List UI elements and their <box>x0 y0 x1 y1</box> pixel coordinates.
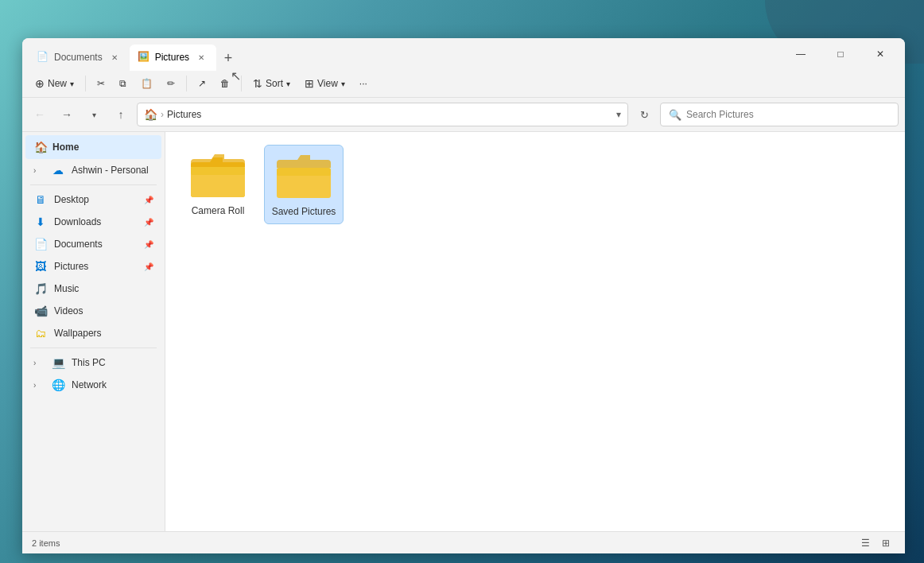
sidebar-item-thispc[interactable]: › 💻 This PC <box>25 351 161 374</box>
new-button-label: New <box>48 78 67 89</box>
more-button[interactable]: ··· <box>353 74 374 93</box>
sidebar-item-pictures[interactable]: 🖼 Pictures 📌 <box>25 255 161 278</box>
main-area: 🏠 Home › ☁ Ashwin - Personal 🖥 Desktop 📌… <box>22 132 905 531</box>
title-bar: 📄 Documents ✕ 🖼️ Pictures ✕ + Add new ta… <box>22 38 905 70</box>
forward-button[interactable]: → <box>56 103 78 126</box>
view-arrow: ▾ <box>341 80 345 88</box>
pictures-tab-label: Pictures <box>155 52 189 63</box>
more-icon: ··· <box>359 78 367 89</box>
sidebar-item-desktop[interactable]: 🖥 Desktop 📌 <box>25 188 161 211</box>
list-view-button[interactable]: ☰ <box>856 534 875 552</box>
up-icon: ↑ <box>118 108 124 121</box>
copy-icon: ⧉ <box>119 78 126 89</box>
copy-button[interactable]: ⧉ <box>113 74 133 93</box>
file-explorer-window: 📄 Documents ✕ 🖼️ Pictures ✕ + Add new ta… <box>22 38 905 553</box>
sidebar-item-documents[interactable]: 📄 Documents 📌 <box>25 233 161 255</box>
documents-tab-label: Documents <box>54 52 103 63</box>
share-button[interactable]: ↗ <box>192 74 212 93</box>
new-button-icon: ⊕ <box>35 77 45 90</box>
cloud-expand-icon: › <box>33 166 45 175</box>
pictures-tab-close[interactable]: ✕ <box>194 50 208 64</box>
sidebar-item-cloud[interactable]: › ☁ Ashwin - Personal <box>25 159 161 181</box>
sidebar-item-music[interactable]: 🎵 Music <box>25 278 161 300</box>
downloads-icon: ⬇ <box>33 215 48 229</box>
grid-view-button[interactable]: ⊞ <box>876 534 895 552</box>
pictures-icon: 🖼 <box>33 259 48 274</box>
view-icon: ⊞ <box>305 77 314 90</box>
home-icon: 🏠 <box>33 140 48 154</box>
sidebar-item-wallpapers[interactable]: 🗂 Wallpapers <box>25 322 161 344</box>
pin-icon-desktop: 📌 <box>144 196 153 204</box>
view-button[interactable]: ⊞ View ▾ <box>298 73 351 94</box>
folder-camera-roll-label: Camera Roll <box>192 205 245 216</box>
paste-icon: 📋 <box>141 78 153 89</box>
path-dropdown-icon[interactable]: ▾ <box>616 109 621 120</box>
sidebar-item-home[interactable]: 🏠 Home <box>25 135 161 159</box>
recent-locations-button[interactable]: ▾ <box>83 103 105 126</box>
sidebar-divider-1 <box>30 184 157 185</box>
sidebar-documents-label: Documents <box>54 239 103 250</box>
view-toggle-buttons: ☰ ⊞ <box>856 534 895 552</box>
minimize-button[interactable]: — <box>782 42 819 66</box>
sidebar-item-videos[interactable]: 📹 Videos <box>25 300 161 322</box>
thispc-icon: 💻 <box>51 355 65 370</box>
toolbar-separator-2 <box>186 76 187 91</box>
pictures-tab-icon: 🖼️ <box>138 51 150 64</box>
rename-button[interactable]: ✏ <box>161 74 181 93</box>
sidebar-network-label: Network <box>72 379 107 390</box>
network-icon: 🌐 <box>51 378 65 392</box>
address-bar: ← → ▾ ↑ 🏠 › Pictures ▾ ↻ 🔍 <box>22 98 905 132</box>
delete-button[interactable]: 🗑 <box>214 74 236 93</box>
address-path[interactable]: 🏠 › Pictures ▾ <box>137 103 628 126</box>
new-button[interactable]: ⊕ New ▾ <box>29 73 80 94</box>
sidebar-downloads-label: Downloads <box>54 216 101 227</box>
sort-arrow: ▾ <box>286 80 290 88</box>
delete-icon: 🗑 <box>220 78 230 89</box>
paste-button[interactable]: 📋 <box>134 74 159 93</box>
sidebar-wallpapers-label: Wallpapers <box>54 328 102 339</box>
status-bar: 2 items ☰ ⊞ <box>22 531 905 553</box>
tab-pictures[interactable]: 🖼️ Pictures ✕ <box>130 45 216 70</box>
refresh-button[interactable]: ↻ <box>633 103 655 126</box>
up-button[interactable]: ↑ <box>110 103 132 126</box>
thispc-expand-icon: › <box>33 359 45 367</box>
refresh-icon: ↻ <box>640 109 649 121</box>
folder-saved-pictures[interactable]: Saved Pictures <box>264 145 344 224</box>
sidebar: 🏠 Home › ☁ Ashwin - Personal 🖥 Desktop 📌… <box>22 132 165 531</box>
sort-icon: ⇅ <box>253 77 262 90</box>
cut-button[interactable]: ✂ <box>91 74 111 93</box>
sidebar-item-network[interactable]: › 🌐 Network <box>25 374 161 396</box>
documents-tab-close[interactable]: ✕ <box>107 50 122 64</box>
sidebar-videos-label: Videos <box>54 305 83 316</box>
new-button-arrow: ▾ <box>70 80 74 88</box>
folder-camera-roll[interactable]: Camera Roll <box>178 145 258 224</box>
back-button[interactable]: ← <box>29 103 51 126</box>
new-tab-icon: + <box>224 50 233 67</box>
file-area: Camera Roll Saved Pictures <box>165 132 905 531</box>
sidebar-item-downloads[interactable]: ⬇ Downloads 📌 <box>25 211 161 233</box>
window-controls: — □ ✕ <box>782 42 899 66</box>
search-box[interactable]: 🔍 <box>660 103 899 126</box>
grid-view-icon: ⊞ <box>882 538 890 549</box>
maximize-button[interactable]: □ <box>822 42 859 66</box>
search-input[interactable] <box>686 109 890 120</box>
search-icon: 🔍 <box>669 109 681 121</box>
folder-saved-pictures-label: Saved Pictures <box>272 206 336 217</box>
sort-button[interactable]: ⇅ Sort ▾ <box>247 73 297 94</box>
cloud-icon: ☁ <box>51 163 65 177</box>
folder-camera-roll-icon <box>189 151 247 199</box>
svg-rect-3 <box>191 167 245 175</box>
status-count: 2 items <box>32 538 60 548</box>
close-button[interactable]: ✕ <box>862 42 899 66</box>
sidebar-divider-2 <box>30 348 157 348</box>
path-separator: › <box>161 109 164 120</box>
sidebar-thispc-label: This PC <box>72 357 106 368</box>
tab-documents[interactable]: 📄 Documents ✕ <box>29 45 130 70</box>
sort-label: Sort <box>266 78 283 89</box>
new-tab-button[interactable]: + Add new tab ↖ <box>216 46 240 70</box>
pin-icon-downloads: 📌 <box>144 218 153 227</box>
back-icon: ← <box>34 108 45 121</box>
toolbar-separator-3 <box>241 76 242 91</box>
folder-saved-pictures-icon <box>275 152 332 200</box>
desktop-icon: 🖥 <box>33 192 48 207</box>
